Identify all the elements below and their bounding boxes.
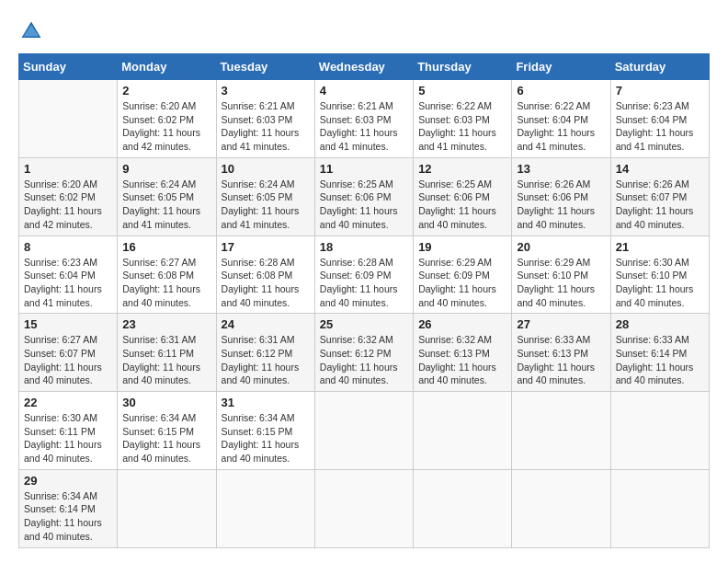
calendar-cell	[414, 469, 512, 547]
calendar-cell: 7Sunrise: 6:23 AM Sunset: 6:04 PM Daylig…	[610, 80, 709, 158]
day-info: Sunrise: 6:26 AM Sunset: 6:06 PM Dayligh…	[517, 178, 605, 232]
day-number: 11	[320, 162, 408, 176]
calendar-cell: 16Sunrise: 6:27 AM Sunset: 6:08 PM Dayli…	[118, 236, 216, 314]
day-number: 21	[616, 240, 704, 254]
calendar-cell: 28Sunrise: 6:33 AM Sunset: 6:14 PM Dayli…	[610, 314, 709, 392]
day-number: 13	[517, 162, 605, 176]
calendar-cell: 1Sunrise: 6:20 AM Sunset: 6:02 PM Daylig…	[19, 157, 118, 236]
day-info: Sunrise: 6:32 AM Sunset: 6:13 PM Dayligh…	[418, 333, 506, 387]
day-number: 5	[418, 84, 506, 98]
calendar-cell	[314, 469, 413, 547]
day-number: 9	[122, 162, 210, 176]
day-number: 16	[122, 240, 210, 254]
calendar-cell	[610, 469, 709, 547]
calendar-cell: 8Sunrise: 6:23 AM Sunset: 6:04 PM Daylig…	[19, 236, 118, 314]
calendar-cell: 27Sunrise: 6:33 AM Sunset: 6:13 PM Dayli…	[512, 314, 610, 392]
calendar-cell: 24Sunrise: 6:31 AM Sunset: 6:12 PM Dayli…	[216, 314, 314, 392]
calendar-cell	[610, 392, 709, 470]
day-info: Sunrise: 6:21 AM Sunset: 6:03 PM Dayligh…	[222, 99, 310, 154]
calendar-cell: 12Sunrise: 6:25 AM Sunset: 6:06 PM Dayli…	[414, 157, 512, 236]
calendar-cell: 13Sunrise: 6:26 AM Sunset: 6:06 PM Dayli…	[512, 157, 610, 236]
day-header-sunday: Sunday	[19, 54, 118, 80]
day-number: 14	[616, 162, 704, 176]
day-number: 24	[222, 317, 310, 331]
day-number: 31	[222, 396, 310, 409]
day-number: 7	[616, 84, 704, 98]
calendar-cell	[118, 469, 216, 547]
day-info: Sunrise: 6:33 AM Sunset: 6:14 PM Dayligh…	[616, 333, 704, 387]
calendar-cell: 9Sunrise: 6:24 AM Sunset: 6:05 PM Daylig…	[118, 157, 216, 236]
day-info: Sunrise: 6:27 AM Sunset: 6:08 PM Dayligh…	[122, 256, 210, 310]
day-number: 23	[122, 317, 210, 331]
calendar-cell: 25Sunrise: 6:32 AM Sunset: 6:12 PM Dayli…	[314, 314, 413, 392]
week-row-2: 8Sunrise: 6:23 AM Sunset: 6:04 PM Daylig…	[19, 236, 710, 314]
day-info: Sunrise: 6:29 AM Sunset: 6:09 PM Dayligh…	[418, 256, 506, 310]
day-info: Sunrise: 6:24 AM Sunset: 6:05 PM Dayligh…	[222, 178, 310, 232]
day-info: Sunrise: 6:23 AM Sunset: 6:04 PM Dayligh…	[616, 99, 704, 154]
calendar-cell: 2Sunrise: 6:20 AM Sunset: 6:02 PM Daylig…	[118, 80, 216, 158]
calendar-cell: 22Sunrise: 6:30 AM Sunset: 6:11 PM Dayli…	[19, 392, 118, 470]
day-header-thursday: Thursday	[414, 54, 512, 80]
week-row-0: 2Sunrise: 6:20 AM Sunset: 6:02 PM Daylig…	[19, 80, 710, 158]
calendar-header-row: SundayMondayTuesdayWednesdayThursdayFrid…	[19, 54, 710, 80]
day-info: Sunrise: 6:27 AM Sunset: 6:07 PM Dayligh…	[24, 333, 112, 387]
day-header-tuesday: Tuesday	[216, 54, 314, 80]
day-info: Sunrise: 6:31 AM Sunset: 6:11 PM Dayligh…	[122, 333, 210, 387]
calendar-cell: 30Sunrise: 6:34 AM Sunset: 6:15 PM Dayli…	[118, 392, 216, 470]
day-info: Sunrise: 6:25 AM Sunset: 6:06 PM Dayligh…	[320, 178, 408, 232]
day-info: Sunrise: 6:32 AM Sunset: 6:12 PM Dayligh…	[320, 333, 408, 387]
day-info: Sunrise: 6:33 AM Sunset: 6:13 PM Dayligh…	[517, 333, 605, 387]
logo	[18, 18, 48, 44]
day-number: 19	[418, 240, 506, 254]
calendar-cell: 18Sunrise: 6:28 AM Sunset: 6:09 PM Dayli…	[314, 236, 413, 314]
calendar-cell	[314, 392, 413, 470]
day-header-friday: Friday	[512, 54, 610, 80]
calendar-cell	[512, 392, 610, 470]
calendar-cell: 31Sunrise: 6:34 AM Sunset: 6:15 PM Dayli…	[216, 392, 314, 470]
day-info: Sunrise: 6:30 AM Sunset: 6:11 PM Dayligh…	[24, 411, 112, 465]
day-info: Sunrise: 6:34 AM Sunset: 6:14 PM Dayligh…	[24, 489, 112, 544]
calendar-cell: 19Sunrise: 6:29 AM Sunset: 6:09 PM Dayli…	[414, 236, 512, 314]
week-row-3: 15Sunrise: 6:27 AM Sunset: 6:07 PM Dayli…	[19, 314, 710, 392]
day-number: 2	[122, 84, 210, 98]
calendar-cell	[216, 469, 314, 547]
calendar-cell: 21Sunrise: 6:30 AM Sunset: 6:10 PM Dayli…	[610, 236, 709, 314]
calendar-cell: 3Sunrise: 6:21 AM Sunset: 6:03 PM Daylig…	[216, 80, 314, 158]
day-info: Sunrise: 6:29 AM Sunset: 6:10 PM Dayligh…	[517, 256, 605, 310]
day-header-monday: Monday	[118, 54, 216, 80]
day-number: 26	[418, 317, 506, 331]
day-header-saturday: Saturday	[610, 54, 709, 80]
calendar-cell: 23Sunrise: 6:31 AM Sunset: 6:11 PM Dayli…	[118, 314, 216, 392]
day-info: Sunrise: 6:28 AM Sunset: 6:08 PM Dayligh…	[222, 256, 310, 310]
day-info: Sunrise: 6:30 AM Sunset: 6:10 PM Dayligh…	[616, 256, 704, 310]
day-info: Sunrise: 6:20 AM Sunset: 6:02 PM Dayligh…	[122, 99, 210, 154]
day-number: 25	[320, 317, 408, 331]
calendar-cell: 14Sunrise: 6:26 AM Sunset: 6:07 PM Dayli…	[610, 157, 709, 236]
calendar-cell	[414, 392, 512, 470]
day-number: 22	[24, 396, 112, 409]
day-number: 12	[418, 162, 506, 176]
calendar-cell: 5Sunrise: 6:22 AM Sunset: 6:03 PM Daylig…	[414, 80, 512, 158]
day-number: 3	[222, 84, 310, 98]
day-number: 10	[222, 162, 310, 176]
day-info: Sunrise: 6:20 AM Sunset: 6:02 PM Dayligh…	[24, 178, 112, 232]
day-info: Sunrise: 6:23 AM Sunset: 6:04 PM Dayligh…	[24, 256, 112, 310]
calendar-table: SundayMondayTuesdayWednesdayThursdayFrid…	[18, 53, 710, 548]
week-row-5: 29Sunrise: 6:34 AM Sunset: 6:14 PM Dayli…	[19, 469, 710, 547]
day-number: 30	[122, 396, 210, 409]
calendar-cell: 26Sunrise: 6:32 AM Sunset: 6:13 PM Dayli…	[414, 314, 512, 392]
day-info: Sunrise: 6:25 AM Sunset: 6:06 PM Dayligh…	[418, 178, 506, 232]
calendar-cell: 6Sunrise: 6:22 AM Sunset: 6:04 PM Daylig…	[512, 80, 610, 158]
day-info: Sunrise: 6:22 AM Sunset: 6:03 PM Dayligh…	[418, 99, 506, 154]
calendar-cell	[512, 469, 610, 547]
day-number: 4	[320, 84, 408, 98]
day-info: Sunrise: 6:34 AM Sunset: 6:15 PM Dayligh…	[222, 411, 310, 465]
day-number: 6	[517, 84, 605, 98]
day-number: 15	[24, 317, 112, 331]
calendar-cell: 20Sunrise: 6:29 AM Sunset: 6:10 PM Dayli…	[512, 236, 610, 314]
day-number: 18	[320, 240, 408, 254]
week-row-1: 1Sunrise: 6:20 AM Sunset: 6:02 PM Daylig…	[19, 157, 710, 236]
day-number: 27	[517, 317, 605, 331]
page-header	[18, 18, 710, 44]
calendar-cell: 15Sunrise: 6:27 AM Sunset: 6:07 PM Dayli…	[19, 314, 118, 392]
